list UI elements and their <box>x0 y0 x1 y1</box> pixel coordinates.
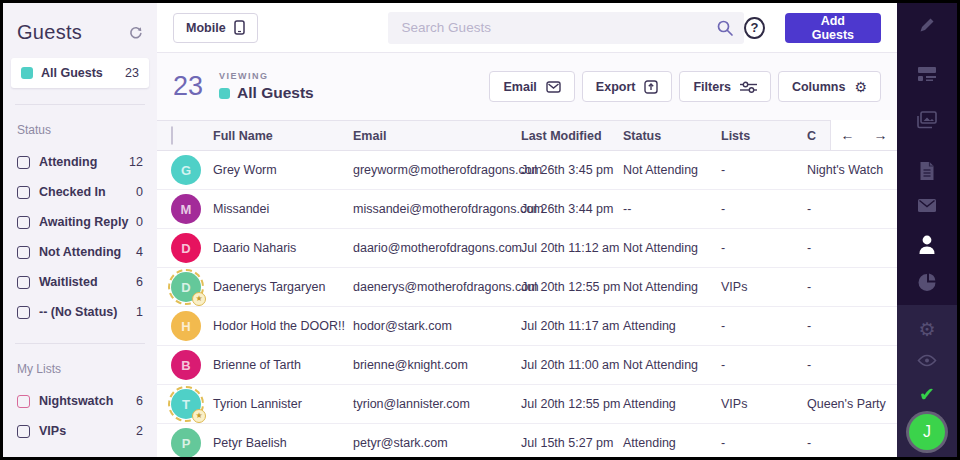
table-body: G Grey Worm greyworm@motherofdragons.com… <box>157 151 897 457</box>
user-avatar[interactable]: J <box>909 414 945 450</box>
refresh-icon <box>128 25 143 40</box>
publish-check-button[interactable]: ✔ <box>919 385 935 404</box>
guests-table: Full Name Email Last Modified Status Lis… <box>157 120 897 457</box>
avatar-initial: H <box>181 319 190 334</box>
compose-button[interactable] <box>917 15 937 35</box>
cell-lists: VIPs <box>721 397 807 411</box>
sidebar-item-all-guests[interactable]: All Guests 23 <box>11 58 149 88</box>
sidebar-divider <box>15 343 145 344</box>
filter-checkbox[interactable] <box>17 156 30 169</box>
cell-other-list: - <box>807 202 897 216</box>
table-row[interactable]: D Daenerys Targaryen daenerys@motherofdr… <box>157 268 897 307</box>
select-all-checkbox[interactable] <box>171 126 173 145</box>
cell-other-list: Night's Watch <box>807 163 897 177</box>
reports-button[interactable] <box>918 273 937 292</box>
email-nav-button[interactable] <box>917 198 937 213</box>
scroll-left-icon[interactable]: ← <box>841 128 855 142</box>
guests-sidebar: Guests All Guests 23 Status Attending 12 <box>3 3 157 457</box>
cell-other-list: Queen's Party <box>807 397 897 411</box>
viewing-block: VIEWING All Guests <box>219 71 314 102</box>
col-header-status[interactable]: Status <box>623 129 721 143</box>
status-filter-item[interactable]: Attending 12 <box>3 147 157 177</box>
col-header-full-name[interactable]: Full Name <box>213 129 353 143</box>
table-header: Full Name Email Last Modified Status Lis… <box>157 120 897 151</box>
forms-button[interactable] <box>917 66 937 82</box>
filter-checkbox[interactable] <box>17 186 30 199</box>
filter-label: Attending <box>39 155 129 169</box>
status-filter-item[interactable]: Not Attending 4 <box>3 237 157 267</box>
check-icon: ✔ <box>919 385 935 404</box>
add-guests-button[interactable]: Add Guests <box>785 13 881 43</box>
status-filter-item[interactable]: Awaiting Reply 0 <box>3 207 157 237</box>
filters-button[interactable]: Filters <box>679 71 771 102</box>
cell-lists: - <box>721 202 807 216</box>
status-filter-list: Attending 12 Checked In 0 Awaiting Reply… <box>3 147 157 327</box>
documents-button[interactable] <box>919 161 936 181</box>
document-icon <box>919 161 936 181</box>
list-filter-item[interactable]: Nightswatch 6 <box>3 386 157 416</box>
status-filter-item[interactable]: Waitlisted 6 <box>3 267 157 297</box>
mobile-button[interactable]: Mobile <box>173 13 258 43</box>
filter-label: Waitlisted <box>39 275 136 289</box>
view-toolbar: 23 VIEWING All Guests Email Export <box>157 53 897 120</box>
filter-count: 2 <box>136 424 143 438</box>
cell-status: -- <box>623 202 721 216</box>
settings-button[interactable]: ⚙ <box>918 320 935 339</box>
table-row[interactable]: M Missandei missandei@motherofdragons.co… <box>157 190 897 229</box>
guest-avatar: H <box>171 311 201 341</box>
search-input[interactable] <box>388 12 745 44</box>
columns-button[interactable]: Columns ⚙ <box>778 71 881 102</box>
col-header-lists[interactable]: Lists <box>721 129 807 143</box>
search-icon[interactable] <box>716 19 734 41</box>
filter-checkbox[interactable] <box>17 306 30 319</box>
avatar-initial: D <box>181 241 190 256</box>
guest-avatar: D <box>171 272 201 302</box>
all-guests-count: 23 <box>125 66 139 80</box>
avatar-initial: P <box>182 436 191 451</box>
preview-button[interactable] <box>917 354 937 367</box>
cell-last-modified: Jul 20th 11:12 am <box>521 241 623 255</box>
images-icon <box>917 111 937 129</box>
avatar-initial: M <box>181 202 192 217</box>
status-filter-item[interactable]: Checked In 0 <box>3 177 157 207</box>
pie-chart-icon <box>918 273 937 292</box>
guests-nav-button[interactable] <box>917 234 937 255</box>
col-header-last-modified[interactable]: Last Modified <box>521 129 623 143</box>
cell-other-list: - <box>807 436 897 450</box>
filter-checkbox[interactable] <box>17 216 30 229</box>
app-window: Guests All Guests 23 Status Attending 12 <box>0 0 960 460</box>
filter-checkbox[interactable] <box>17 425 30 438</box>
app-nav-rail: ⚙ ✔ J <box>897 3 957 457</box>
table-row[interactable]: G Grey Worm greyworm@motherofdragons.com… <box>157 151 897 190</box>
top-bar: Mobile ? Add Guests <box>157 3 897 53</box>
scroll-right-icon[interactable]: → <box>874 128 888 142</box>
table-row[interactable]: H Hodor Hold the DOOR!! hodor@stark.com … <box>157 307 897 346</box>
list-filter-item[interactable]: VIPs 2 <box>3 416 157 446</box>
cell-email: daenerys@motherofdragons.com <box>353 280 521 294</box>
email-button-label: Email <box>503 80 536 94</box>
email-button[interactable]: Email <box>489 71 574 102</box>
table-row[interactable]: P Petyr Baelish petyr@stark.com Jul 15th… <box>157 424 897 457</box>
mobile-label: Mobile <box>186 21 226 35</box>
table-row[interactable]: B Brienne of Tarth brienne@knight.com Ju… <box>157 346 897 385</box>
table-row[interactable]: T Tyrion Lannister tyrion@lannister.com … <box>157 385 897 424</box>
column-scroll-controls: ← → <box>830 120 897 151</box>
col-header-email[interactable]: Email <box>353 129 521 143</box>
table-row[interactable]: D Daario Naharis daario@motherofdragons.… <box>157 229 897 268</box>
images-button[interactable] <box>917 111 937 129</box>
guest-avatar: D <box>171 233 201 263</box>
filter-checkbox[interactable] <box>17 276 30 289</box>
filter-checkbox[interactable] <box>17 395 30 408</box>
refresh-button[interactable] <box>128 25 143 40</box>
avatar-initial: B <box>181 358 190 373</box>
settings-gear-icon: ⚙ <box>918 320 935 339</box>
search-bar <box>388 12 745 44</box>
sidebar-title: Guests <box>17 21 82 44</box>
filters-icon <box>740 81 757 93</box>
status-filter-item[interactable]: -- (No Status) 1 <box>3 297 157 327</box>
my-lists-filter-list: Nightswatch 6 VIPs 2 <box>3 386 157 446</box>
filter-checkbox[interactable] <box>17 246 30 259</box>
cell-status: Attending <box>623 436 721 450</box>
export-button[interactable]: Export <box>582 71 673 102</box>
help-button[interactable]: ? <box>744 17 764 39</box>
